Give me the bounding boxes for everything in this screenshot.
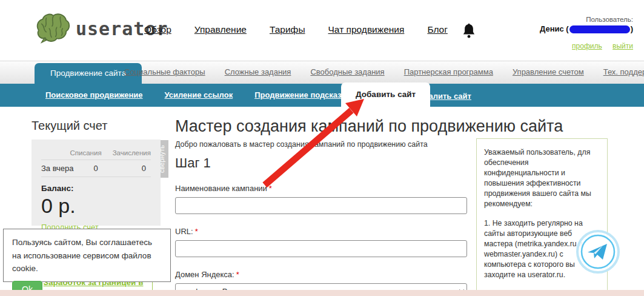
nav-promo-chat-link[interactable]: Чат продвижения: [328, 24, 405, 35]
user-name: Денис (): [540, 24, 633, 33]
yesterday-row-label: За вчера: [41, 164, 78, 173]
subnav-add-site-active-tab[interactable]: Добавить сайт: [341, 82, 430, 107]
user-links: профиль выйти: [540, 42, 633, 50]
subnav-link-boost[interactable]: Усиление ссылок: [165, 90, 233, 99]
nav-blog-link[interactable]: Блог: [427, 24, 448, 35]
telegram-icon[interactable]: [576, 229, 620, 274]
primary-tab-links: Социальные факторы Сложные задания Свобо…: [124, 67, 644, 76]
nav-management-link[interactable]: Управление: [194, 24, 247, 35]
tab-partner-program[interactable]: Партнерская программа: [404, 67, 493, 76]
main-nav: Обзор Управление Тарифы Чат продвижения …: [144, 24, 448, 35]
tab-complex-tasks[interactable]: Сложные задания: [225, 67, 291, 76]
balance-value: 0 р.: [41, 194, 151, 218]
secondary-nav: Поисковое продвижение Усиление ссылок Пр…: [0, 84, 644, 107]
debit-column-header: Списания: [70, 149, 102, 156]
tab-free-tasks[interactable]: Свободные задания: [310, 67, 384, 76]
subnav-after: Удалить сайт: [419, 90, 471, 101]
user-label: Пользователь:: [540, 16, 633, 23]
balance-label: Баланс:: [41, 184, 151, 193]
nav-overview-link[interactable]: Обзор: [144, 24, 171, 35]
userator-page: userator Обзор Управление Тарифы Чат про…: [0, 0, 644, 296]
yesterday-debit-value: 0: [78, 164, 113, 173]
yandex-domain-label-text: Домен Яндекса:: [175, 270, 234, 279]
wizard-welcome-text: Добро пожаловать в мастер создания кампа…: [175, 140, 467, 149]
bottom-banner-strip: [0, 290, 644, 296]
required-mark: *: [269, 184, 272, 193]
required-mark: *: [195, 227, 198, 236]
nav-tariffs-link[interactable]: Тарифы: [270, 24, 305, 35]
account-table-header: Списания Зачисления: [41, 146, 151, 160]
required-mark: *: [236, 270, 239, 279]
primary-tabs: Продвижение сайта Социальные факторы Сло…: [0, 61, 644, 84]
current-account-title: Текущий счет: [32, 119, 107, 133]
user-name-prefix: Денис (: [540, 24, 569, 33]
tab-account-management[interactable]: Управление счетом: [513, 67, 584, 76]
campaign-name-label-text: Наименование кампании: [175, 184, 267, 193]
table-row: За вчера 0 0: [41, 160, 151, 177]
step-heading: Шаг 1: [175, 155, 467, 171]
tab-social-factors[interactable]: Социальные факторы: [124, 67, 205, 76]
url-label: URL:*: [175, 227, 467, 236]
brain-logo-icon: [33, 12, 71, 45]
notifications-bell-icon[interactable]: [462, 23, 476, 39]
yandex-domain-label: Домен Яндекса:*: [175, 270, 467, 279]
subnav-delete-site[interactable]: Удалить сайт: [419, 92, 471, 101]
url-label-text: URL:: [175, 227, 193, 236]
user-info: Пользователь: Денис () профиль выйти: [540, 16, 633, 50]
recommendations-intro: Уважаемый пользователь, для обеспечения …: [484, 147, 600, 209]
subnav-search-promotion[interactable]: Поисковое продвижение: [45, 90, 143, 99]
header: userator Обзор Управление Тарифы Чат про…: [0, 0, 644, 61]
page-title: Мастер создания кампаний по продвижению …: [175, 118, 467, 135]
logout-link[interactable]: выйти: [612, 42, 633, 50]
account-summary-panel: Списания Зачисления За вчера 0 0 Баланс:…: [32, 140, 161, 226]
url-input[interactable]: [175, 240, 467, 257]
campaign-name-input[interactable]: [175, 197, 467, 214]
yesterday-credit-value: 0: [113, 164, 151, 173]
profile-link[interactable]: профиль: [572, 42, 602, 50]
user-name-suffix: ): [631, 24, 633, 33]
tab-tech-support[interactable]: Тех. поддержка: [603, 67, 644, 76]
campaign-wizard: Мастер создания кампаний по продвижению …: [175, 118, 467, 296]
cookie-consent-dialog: Пользуясь сайтом, Вы соглашаетесь на исп…: [3, 229, 171, 282]
cookie-consent-text: Пользуясь сайтом, Вы соглашаетесь на исп…: [4, 229, 170, 275]
credit-column-header: Зачисления: [113, 149, 151, 156]
campaign-name-label: Наименование кампании*: [175, 184, 467, 193]
user-id-redacted: [569, 25, 630, 33]
